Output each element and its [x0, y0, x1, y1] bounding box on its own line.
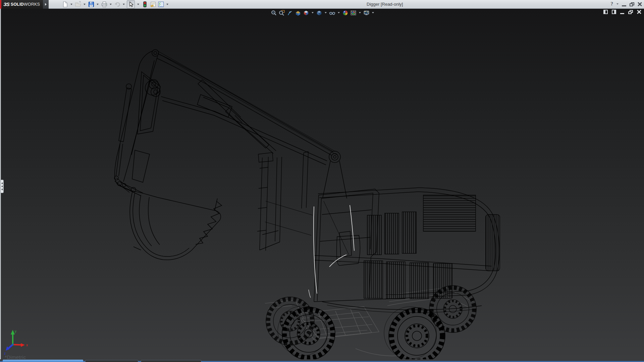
monitor-icon — [363, 10, 370, 16]
window-controls: ? — [611, 1, 642, 7]
zoom-to-fit-button[interactable] — [270, 9, 277, 16]
document-minimize-icon[interactable] — [620, 13, 624, 14]
display-style-button[interactable] — [316, 9, 323, 16]
hide-show-items-dropdown[interactable] — [338, 12, 340, 13]
heads-up-view-toolbar — [270, 9, 375, 16]
options-dropdown[interactable] — [166, 4, 168, 5]
apply-scene-button[interactable] — [350, 9, 357, 16]
pane-right-icon[interactable] — [612, 10, 616, 14]
new-document-dropdown[interactable] — [70, 4, 72, 5]
hide-show-items-button[interactable] — [329, 9, 336, 16]
pane-left-icon[interactable] — [603, 10, 608, 14]
boom-arm-wireframe — [114, 50, 347, 198]
windows-taskbar-edge — [0, 359, 644, 362]
checklist-icon — [158, 1, 164, 8]
cursor-arrow-icon — [127, 1, 134, 8]
orientation-triad: y x z — [3, 328, 33, 355]
previous-view-button[interactable] — [286, 9, 293, 16]
solidworks-logo-glyph: ЗS — [3, 1, 9, 7]
color-sphere-icon — [342, 10, 348, 16]
undo-dropdown[interactable] — [123, 4, 125, 5]
open-folder-icon — [75, 1, 82, 8]
minimize-icon[interactable] — [622, 5, 626, 6]
digger-wireframe-model[interactable] — [0, 0, 644, 362]
glasses-icon — [329, 10, 335, 16]
logo-red-accent — [0, 0, 1, 9]
triad-y-label: y — [15, 329, 16, 333]
flyout-arrow-icon — [45, 3, 47, 6]
view-settings-dropdown[interactable] — [372, 12, 374, 13]
collapse-arrow-icon — [1, 182, 3, 184]
view-orientation-dropdown[interactable] — [312, 12, 314, 13]
restore-icon[interactable] — [630, 2, 634, 6]
apply-scene-dropdown[interactable] — [359, 12, 361, 13]
collapse-arrow-icon — [1, 188, 3, 190]
undo-arrow-icon — [114, 1, 121, 8]
printer-icon — [101, 1, 108, 8]
document-restore-icon[interactable] — [628, 10, 633, 14]
close-icon[interactable] — [638, 2, 642, 6]
section-cut-icon — [295, 10, 301, 16]
file-properties-button[interactable] — [149, 0, 157, 8]
boom-mount-wireframe — [257, 152, 313, 251]
open-dropdown[interactable] — [84, 4, 86, 5]
print-button[interactable] — [101, 0, 108, 8]
brand-name-bold: SOLID — [11, 2, 24, 7]
select-dropdown[interactable] — [137, 4, 139, 5]
taskbar-button[interactable] — [85, 360, 138, 362]
view-orientation-button[interactable] — [303, 9, 310, 16]
note-pad-icon — [150, 1, 156, 8]
new-document-icon — [62, 1, 68, 8]
help-icon[interactable]: ? — [611, 1, 613, 7]
title-bar: ЗS SOLIDWORKS — [0, 0, 644, 9]
brand-name-light: WORKS — [24, 2, 40, 7]
back-arrow-icon — [287, 10, 293, 16]
save-floppy-icon — [88, 1, 95, 8]
open-button[interactable] — [74, 0, 82, 8]
taskbar-active-button[interactable] — [3, 360, 83, 362]
standard-toolbar — [61, 0, 170, 8]
taskbar-button[interactable] — [141, 360, 201, 362]
section-view-button[interactable] — [294, 9, 302, 16]
triad-x-label: x — [26, 343, 28, 347]
magnifier-icon — [271, 10, 277, 16]
window-title: Digger [Read-only] — [367, 2, 403, 7]
edit-appearance-button[interactable] — [342, 9, 349, 16]
new-document-button[interactable] — [61, 0, 69, 8]
collapse-arrow-icon — [1, 185, 3, 187]
select-button[interactable] — [127, 0, 135, 8]
document-close-icon[interactable] — [637, 10, 641, 14]
bucket-wireframe — [117, 182, 222, 260]
scene-photo-icon — [350, 10, 357, 16]
print-dropdown[interactable] — [110, 4, 112, 5]
feature-manager-splitter[interactable] — [0, 180, 4, 193]
help-dropdown[interactable] — [616, 3, 619, 5]
zoom-to-area-button[interactable] — [278, 9, 285, 16]
upper-body-wireframe — [314, 188, 500, 313]
document-window-controls — [603, 10, 641, 14]
solidworks-window: y x z *Dimetric ЗS SOLIDWORKS — [0, 0, 644, 362]
traffic-light-icon — [142, 1, 148, 8]
view-settings-button[interactable] — [363, 9, 370, 16]
options-button[interactable] — [157, 0, 165, 8]
rebuild-button[interactable] — [141, 0, 149, 8]
solidworks-logo: ЗS SOLIDWORKS — [0, 0, 43, 9]
magnifier-area-icon — [279, 10, 285, 16]
orientation-cube-icon — [303, 10, 309, 16]
undo-button[interactable] — [114, 0, 121, 8]
save-button[interactable] — [88, 0, 95, 8]
menu-flyout-button[interactable] — [43, 0, 49, 9]
display-style-dropdown[interactable] — [325, 12, 327, 13]
save-dropdown[interactable] — [97, 4, 99, 5]
display-cube-icon — [316, 10, 322, 16]
